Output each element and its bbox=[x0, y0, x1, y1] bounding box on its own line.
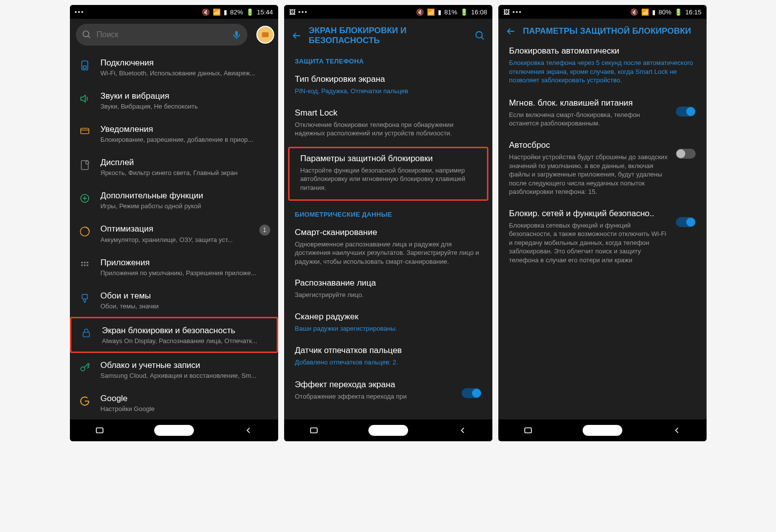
search-bar[interactable] bbox=[76, 24, 247, 46]
battery-icon: 🔋 bbox=[674, 8, 682, 16]
status-bar: ••• 🔇 📶 ▮ 82% 🔋 15:44 bbox=[70, 5, 278, 19]
svg-rect-4 bbox=[262, 32, 268, 37]
gallery-icon: 🖼 bbox=[289, 8, 296, 16]
toggle-switch[interactable] bbox=[462, 388, 481, 398]
setting-lock-type[interactable]: Тип блокировки экрана PIN-код, Радужка, … bbox=[284, 69, 492, 103]
setting-title: Smart Lock bbox=[295, 108, 481, 118]
toggle-switch[interactable] bbox=[676, 149, 696, 159]
notification-icon bbox=[79, 126, 90, 137]
item-title: Google bbox=[101, 393, 270, 404]
settings-item-wallpaper[interactable]: Обои и темы Обои, темы, значки bbox=[70, 284, 278, 317]
setting-auto-lock[interactable]: Блокировать автоматически Блокировка тел… bbox=[498, 41, 707, 92]
toggle-switch[interactable] bbox=[676, 107, 696, 117]
settings-item-display[interactable]: Дисплей Яркость, Фильтр синего света, Гл… bbox=[70, 150, 278, 183]
setting-smart-scan[interactable]: Смарт-сканирование Одновременное распозн… bbox=[284, 222, 492, 273]
item-sub: Аккумулятор, хранилище, ОЗУ, защита уст.… bbox=[101, 236, 250, 243]
svg-rect-22 bbox=[83, 332, 89, 337]
lock-icon bbox=[81, 328, 92, 339]
settings-item-lock-security[interactable]: Экран блокировки и безопасность Always O… bbox=[70, 317, 278, 353]
settings-item-apps[interactable]: Приложения Приложения по умолчанию, Разр… bbox=[70, 250, 278, 284]
search-input[interactable] bbox=[97, 30, 227, 39]
search-icon[interactable] bbox=[475, 30, 485, 41]
svg-rect-29 bbox=[310, 428, 317, 433]
setting-title: Мгнов. блок. клавишей питания bbox=[509, 98, 670, 109]
google-icon bbox=[79, 396, 90, 407]
wifi-icon: 📶 bbox=[641, 8, 649, 16]
clock: 16:15 bbox=[685, 8, 702, 16]
svg-rect-21 bbox=[82, 294, 87, 298]
setting-desc: Блокировка сетевых функций и функций без… bbox=[509, 221, 670, 265]
mute-icon: 🔇 bbox=[416, 8, 424, 16]
setting-desc: Настройте функции безопасной блокировки,… bbox=[300, 166, 476, 192]
nav-back-icon[interactable] bbox=[672, 425, 682, 435]
svg-point-18 bbox=[81, 264, 83, 266]
search-icon bbox=[82, 30, 92, 40]
setting-desc: Блокировка телефона через 5 секунд после… bbox=[509, 59, 696, 85]
settings-item-advanced[interactable]: Дополнительные функции Игры, Режим работ… bbox=[70, 183, 278, 217]
item-sub: Яркость, Фильтр синего света, Главный эк… bbox=[101, 169, 270, 177]
item-sub: Samsung Cloud, Архивация и восстановлени… bbox=[101, 372, 270, 379]
optimize-icon bbox=[79, 226, 91, 237]
battery-percent: 80% bbox=[658, 8, 671, 16]
setting-desc: Отображение эффекта перехода при bbox=[295, 392, 456, 401]
setting-smart-lock[interactable]: Smart Lock Отключение блокировки телефон… bbox=[284, 103, 492, 145]
setting-transition-effect[interactable]: Эффект перехода экрана Отображение эффек… bbox=[284, 373, 492, 407]
setting-auto-reset[interactable]: Автосброс Настройки устройства будут сбр… bbox=[498, 134, 707, 202]
status-bar: 🖼 ••• 🔇 📶 ▮ 80% 🔋 16:15 bbox=[498, 5, 707, 19]
nav-home-button[interactable] bbox=[368, 425, 408, 436]
item-title: Оптимизация bbox=[101, 224, 250, 235]
item-title: Подключения bbox=[101, 58, 270, 68]
app-title: ПАРАМЕТРЫ ЗАЩИТНОЙ БЛОКИРОВКИ bbox=[523, 26, 700, 36]
setting-desc: Зарегистрируйте лицо. bbox=[295, 291, 481, 299]
setting-title: Смарт-сканирование bbox=[295, 227, 481, 238]
settings-item-optimization[interactable]: Оптимизация Аккумулятор, хранилище, ОЗУ,… bbox=[70, 217, 278, 250]
setting-iris-scanner[interactable]: Сканер радужек Ваши радужки зарегистриро… bbox=[284, 306, 492, 340]
key-icon bbox=[79, 362, 91, 374]
setting-lock-network[interactable]: Блокир. сетей и функций безопасно.. Блок… bbox=[498, 202, 707, 271]
setting-fingerprint[interactable]: Датчик отпечатков пальцев Добавлено отпе… bbox=[284, 340, 492, 374]
nav-back-icon[interactable] bbox=[243, 425, 253, 435]
settings-item-sounds[interactable]: Звуки и вибрация Звуки, Вибрация, Не бес… bbox=[70, 84, 278, 117]
signal-icon: ▮ bbox=[224, 8, 227, 16]
sim-icon bbox=[79, 59, 91, 71]
nav-home-button[interactable] bbox=[154, 425, 194, 436]
back-icon[interactable] bbox=[505, 26, 516, 37]
settings-item-cloud[interactable]: Облако и учетные записи Samsung Cloud, А… bbox=[70, 353, 278, 386]
svg-point-27 bbox=[476, 32, 482, 38]
settings-item-notifications[interactable]: Уведомления Блокирование, разрешение, до… bbox=[70, 117, 278, 150]
setting-secure-lock-params[interactable]: Параметры защитной блокировки Настройте … bbox=[288, 147, 488, 201]
setting-desc: Настройки устройства будут сброшены до з… bbox=[509, 153, 670, 196]
settings-item-google[interactable]: Google Настройки Google bbox=[70, 386, 278, 414]
setting-face-recognition[interactable]: Распознавание лица Зарегистрируйте лицо. bbox=[284, 273, 492, 306]
item-sub: Игры, Режим работы одной рукой bbox=[101, 202, 270, 210]
toggle-switch[interactable] bbox=[676, 217, 696, 227]
mic-icon[interactable] bbox=[232, 30, 241, 40]
setting-title: Тип блокировки экрана bbox=[295, 74, 481, 85]
nav-recent-icon[interactable] bbox=[95, 425, 105, 435]
item-sub: Приложения по умолчанию, Разрешения прил… bbox=[101, 269, 270, 277]
mute-icon: 🔇 bbox=[202, 8, 210, 16]
nav-recent-icon[interactable] bbox=[523, 425, 533, 435]
nav-bar bbox=[284, 419, 492, 441]
svg-point-15 bbox=[81, 261, 83, 263]
setting-instant-power-lock[interactable]: Мгнов. блок. клавишей питания Если включ… bbox=[498, 92, 707, 134]
settings-item-connections[interactable]: Подключения Wi-Fi, Bluetooth, Использова… bbox=[70, 51, 278, 84]
gallery-icon: 🖼 bbox=[503, 8, 510, 16]
back-icon[interactable] bbox=[291, 30, 302, 41]
setting-desc: Добавлено отпечатков пальцев: 2. bbox=[295, 358, 481, 367]
section-header: ЗАЩИТА ТЕЛЕФОНА bbox=[284, 50, 492, 69]
svg-rect-2 bbox=[235, 31, 238, 36]
badge-count: 1 bbox=[259, 225, 270, 236]
nav-back-icon[interactable] bbox=[458, 425, 468, 435]
nav-bar bbox=[70, 419, 278, 441]
profile-avatar[interactable] bbox=[256, 26, 274, 44]
nav-recent-icon[interactable] bbox=[309, 425, 319, 435]
app-title: ЭКРАН БЛОКИРОВКИ И БЕЗОПАСНОСТЬ bbox=[309, 26, 468, 46]
nav-home-button[interactable] bbox=[583, 425, 622, 436]
signal-icon: ▮ bbox=[438, 8, 441, 16]
more-icon: ••• bbox=[75, 8, 85, 16]
item-title: Обои и темы bbox=[101, 291, 270, 301]
clock: 15:44 bbox=[257, 8, 273, 16]
svg-point-23 bbox=[81, 367, 85, 371]
svg-line-28 bbox=[481, 37, 483, 40]
